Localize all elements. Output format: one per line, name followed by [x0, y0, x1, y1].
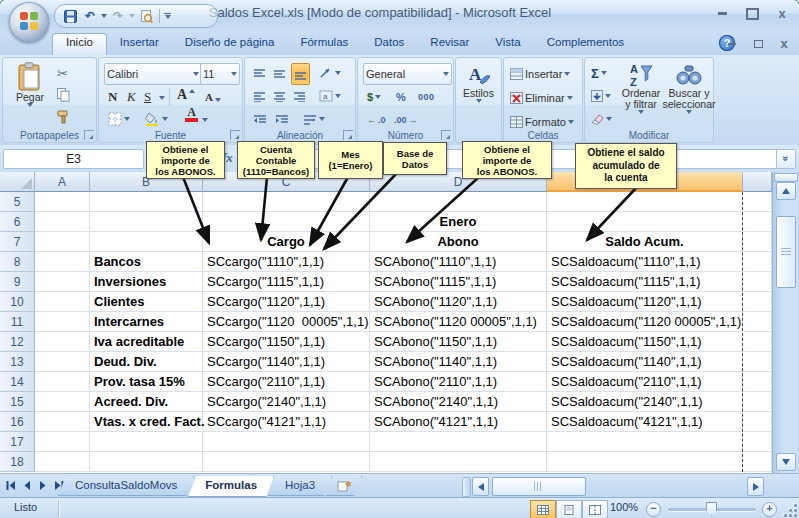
office-button[interactable] [9, 2, 49, 42]
format-painter-button[interactable] [55, 107, 83, 127]
align-top-button[interactable] [251, 63, 268, 83]
cell-C9[interactable]: SCcargo("1115",1,1) [203, 272, 370, 292]
sort-filter-button[interactable]: A Z Ordenar y filtrar [617, 62, 665, 114]
cell-A7[interactable] [35, 232, 90, 252]
orientation-button[interactable] [317, 63, 343, 83]
cell-D14[interactable]: SCAbono("2110",1,1) [370, 372, 547, 392]
cell-B7[interactable] [90, 232, 203, 252]
italic-button[interactable]: K [125, 87, 143, 107]
row-header-10[interactable]: 10 [0, 292, 35, 312]
cell-A8[interactable] [35, 252, 90, 272]
cell-E8[interactable]: SCSaldoacum("1110",1,1) [547, 252, 743, 272]
find-select-dropdown-icon[interactable] [686, 110, 692, 114]
cell-E17[interactable] [547, 432, 743, 452]
align-bottom-button[interactable] [291, 63, 310, 85]
cell-D10[interactable]: SCAbono("1120",1,1) [370, 292, 547, 312]
cell-A11[interactable] [35, 312, 90, 332]
row-header-17[interactable]: 17 [0, 432, 35, 452]
tab-scroll-splitter[interactable] [462, 477, 471, 497]
cell-F11[interactable] [743, 312, 772, 332]
shrink-font-button[interactable]: A [203, 87, 223, 107]
cell-C11[interactable]: SCcargo("1120 00005",1,1) [203, 312, 370, 332]
minimize-button[interactable] [713, 7, 731, 20]
cell-A16[interactable] [35, 412, 90, 432]
cell-C13[interactable]: SCcargo("1140",1,1) [203, 352, 370, 372]
cell-F7[interactable] [743, 232, 772, 252]
cell-F5[interactable] [743, 192, 772, 212]
cell-E5[interactable] [547, 192, 743, 212]
cell-B6[interactable] [90, 212, 203, 232]
merge-center-button[interactable]: a [317, 86, 343, 106]
cell-F12[interactable] [743, 332, 772, 352]
cell-D8[interactable]: SCAbono("1110",1,1) [370, 252, 547, 272]
cell-B18[interactable] [90, 452, 203, 472]
row-header-12[interactable]: 12 [0, 332, 35, 352]
styles-button[interactable]: A Estilos [458, 62, 499, 103]
scroll-up-button[interactable] [776, 182, 796, 200]
save-button[interactable] [61, 7, 79, 25]
first-sheet-button[interactable] [4, 477, 18, 494]
font-name-select[interactable]: Calibri [104, 63, 202, 85]
cell-D16[interactable]: SCAbono("4121",1,1) [370, 412, 547, 432]
cell-C10[interactable]: SCcargo("1120",1,1) [203, 292, 370, 312]
row-header-18[interactable]: 18 [0, 452, 35, 472]
cell-E9[interactable]: SCSaldoacum("1115",1,1) [547, 272, 743, 292]
zoom-slider-handle[interactable] [706, 502, 717, 516]
cell-E14[interactable]: SCSaldoacum("2110",1,1) [547, 372, 743, 392]
cell-E15[interactable]: SCSaldoacum("2140",1,1) [547, 392, 743, 412]
cell-F18[interactable] [743, 452, 772, 472]
cell-E7[interactable]: Saldo Acum. [547, 232, 743, 252]
bold-button[interactable]: N [106, 87, 125, 107]
select-all-corner[interactable] [0, 172, 35, 192]
cell-F6[interactable] [743, 212, 772, 232]
copy-button[interactable] [55, 85, 83, 105]
horizontal-scrollbar[interactable] [472, 476, 768, 495]
cell-D17[interactable] [370, 432, 547, 452]
cell-A15[interactable] [35, 392, 90, 412]
cell-A12[interactable] [35, 332, 90, 352]
zoom-in-button[interactable]: + [762, 502, 777, 517]
cell-C15[interactable]: SCcargo("2140",1,1) [203, 392, 370, 412]
undo-dropdown-icon[interactable] [101, 14, 107, 18]
align-right-button[interactable] [291, 86, 308, 106]
cell-E16[interactable]: SCSaldoacum("4121",1,1) [547, 412, 743, 432]
align-center-button[interactable] [271, 86, 288, 106]
font-size-select[interactable]: 11 [200, 63, 240, 85]
cell-F14[interactable] [743, 372, 772, 392]
cell-A5[interactable] [35, 192, 90, 212]
percent-format-button[interactable]: % [394, 87, 408, 107]
qat-customize-button[interactable] [164, 13, 171, 20]
sheet-tab-consultasaldomovs[interactable]: ConsultaSaldoMovs [58, 476, 194, 496]
cell-E10[interactable]: SCSaldoacum("1120",1,1) [547, 292, 743, 312]
cell-F10[interactable] [743, 292, 772, 312]
insert-cells-button[interactable]: Insertar [508, 64, 572, 84]
row-header-14[interactable]: 14 [0, 372, 35, 392]
cell-E12[interactable]: SCSaldoacum("1150",1,1) [547, 332, 743, 352]
sort-filter-dropdown-icon[interactable] [638, 110, 644, 114]
cell-D13[interactable]: SCAbono("1140",1,1) [370, 352, 547, 372]
cell-B5[interactable] [90, 192, 203, 212]
cell-D11[interactable]: SCAbono("1120 00005",1,1) [370, 312, 547, 332]
column-header-a[interactable]: A [35, 172, 90, 192]
ribbon-tab-diseño-de-página[interactable]: Diseño de página [172, 33, 288, 55]
row-header-6[interactable]: 6 [0, 212, 35, 232]
cell-C12[interactable]: SCcargo("1150",1,1) [203, 332, 370, 352]
cell-B16[interactable]: Vtas. x cred. Fact. [90, 412, 203, 432]
row-header-15[interactable]: 15 [0, 392, 35, 412]
font-color-button[interactable]: A [183, 107, 200, 127]
fill-color-button[interactable] [143, 109, 170, 129]
find-select-button[interactable]: Buscar y seleccionar [667, 62, 711, 114]
cell-D7[interactable]: Abono [370, 232, 547, 252]
currency-format-button[interactable]: $ [365, 87, 383, 107]
workbook-restore-button[interactable] [749, 37, 767, 50]
clear-button[interactable] [589, 109, 614, 129]
cell-A6[interactable] [35, 212, 90, 232]
cell-D9[interactable]: SCAbono("1115",1,1) [370, 272, 547, 292]
ribbon-tab-insertar[interactable]: Insertar [107, 33, 172, 55]
cell-C17[interactable] [203, 432, 370, 452]
cell-A13[interactable] [35, 352, 90, 372]
cell-B17[interactable] [90, 432, 203, 452]
zoom-level[interactable]: 100% [610, 501, 638, 513]
styles-dropdown-icon[interactable] [476, 99, 482, 103]
horizontal-scroll-thumb[interactable] [492, 477, 586, 496]
